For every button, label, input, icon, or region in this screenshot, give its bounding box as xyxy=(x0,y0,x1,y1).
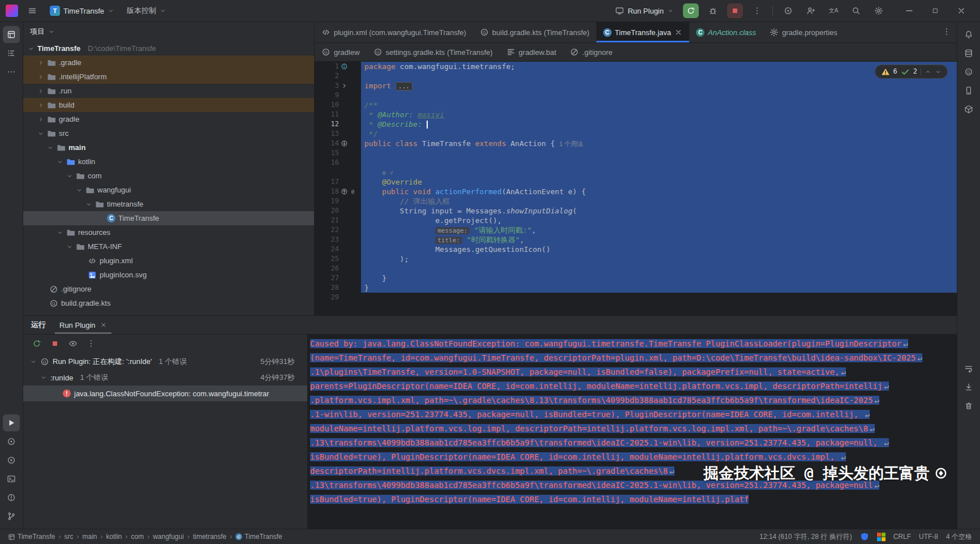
caret-position[interactable]: 12:14 (610 字符, 28 行 换行符) xyxy=(759,532,852,542)
add-collaborator-button[interactable] xyxy=(802,2,819,19)
rerun-button[interactable] xyxy=(683,3,699,18)
project-tree-item[interactable]: META-INF xyxy=(23,239,314,254)
gutter[interactable]: 21 xyxy=(315,216,361,225)
breadcrumb-item[interactable]: src xyxy=(64,533,73,541)
gutter[interactable]: 29 xyxy=(315,293,361,302)
breadcrumb-item[interactable]: kotlin xyxy=(106,533,122,541)
breadcrumb-item[interactable]: com xyxy=(131,533,144,541)
project-tree-item[interactable]: gradle xyxy=(23,112,314,126)
project-panel-header[interactable]: 项目 xyxy=(23,22,314,41)
gutter[interactable]: 20 xyxy=(315,206,361,216)
vcs-widget[interactable]: 版本控制 xyxy=(123,2,170,19)
project-tree-item[interactable]: main xyxy=(23,140,314,155)
project-tree-item[interactable]: resources xyxy=(23,225,314,239)
gutter[interactable]: 26 xyxy=(315,264,361,273)
tool-window-profiler-button[interactable] xyxy=(3,433,20,450)
maximize-button[interactable] xyxy=(922,0,948,22)
show-output-options-button[interactable] xyxy=(68,339,78,350)
gutter[interactable]: 22 xyxy=(315,225,361,235)
stop-task-button[interactable] xyxy=(50,339,59,350)
editor-tab[interactable]: CAnAction.class xyxy=(689,22,763,42)
gutter[interactable]: 18@ xyxy=(315,187,361,196)
close-button[interactable] xyxy=(948,0,974,22)
hidden-tabs-button[interactable] xyxy=(942,27,957,38)
run-tab[interactable]: Run Plugin xyxy=(55,316,111,334)
gutter[interactable]: 28 xyxy=(315,283,361,293)
tool-window-gradle-button[interactable]: G xyxy=(960,63,977,80)
settings-button[interactable] xyxy=(870,2,887,19)
project-tree-item[interactable]: .gitignore xyxy=(23,282,314,296)
scroll-to-end-button[interactable] xyxy=(960,379,977,396)
gutter[interactable]: 17 xyxy=(315,177,361,187)
project-tree-item[interactable]: wangfugui xyxy=(23,183,314,197)
translate-button[interactable]: 文A xyxy=(825,2,842,19)
search-everywhere-button[interactable] xyxy=(848,2,865,19)
editor-tab[interactable]: gradle.properties xyxy=(763,22,844,42)
gutter[interactable] xyxy=(315,168,361,177)
gutter[interactable]: 19 xyxy=(315,196,361,206)
gutter[interactable]: 2 xyxy=(315,71,361,81)
project-tree-item[interactable]: pluginIcon.svg xyxy=(23,268,314,282)
more-options-button[interactable] xyxy=(87,339,96,350)
tool-window-dependencies-button[interactable] xyxy=(960,101,977,118)
project-tree-item[interactable]: .gradle xyxy=(23,55,314,70)
rerun-task-button[interactable] xyxy=(32,339,41,350)
editor-tab[interactable]: CTimeTransfe.java xyxy=(596,22,689,42)
run-tree-item[interactable]: GRun Plugin: 正在构建: ':runIde'1 个错误5分钟31秒 xyxy=(23,354,307,370)
main-menu-button[interactable] xyxy=(24,2,41,19)
code-editor[interactable]: 1Gpackage com.wangfugui.timetransfe;23im… xyxy=(315,62,957,315)
gutter[interactable]: 15 xyxy=(315,148,361,158)
gutter[interactable]: 10 xyxy=(315,100,361,110)
project-tree-item[interactable]: CTimeTransfe xyxy=(23,211,314,225)
protection-status[interactable] xyxy=(860,532,869,541)
file-encoding[interactable]: UTF-8 xyxy=(919,533,938,541)
project-tree-item[interactable]: Gbuild.gradle.kts xyxy=(23,296,314,310)
tool-window-device-manager-button[interactable] xyxy=(960,82,977,99)
gutter[interactable]: 12 xyxy=(315,119,361,129)
console-output[interactable]: Caused by: java.lang.ClassNotFoundExcept… xyxy=(308,335,957,529)
code-with-me-button[interactable] xyxy=(780,2,797,19)
tool-window-version-control-button[interactable] xyxy=(3,508,20,525)
tool-window-problems-button[interactable] xyxy=(3,489,20,506)
breadcrumb-item[interactable]: main xyxy=(82,533,97,541)
editor-tab[interactable]: Ggradlew xyxy=(315,43,367,61)
project-tree-item[interactable]: .intellijPlatform xyxy=(23,70,314,84)
gutter[interactable]: 1G xyxy=(315,62,361,71)
indent-style[interactable]: 4 个空格 xyxy=(946,532,972,542)
tool-window-run-button[interactable] xyxy=(3,414,20,431)
gutter[interactable]: 11 xyxy=(315,110,361,119)
breadcrumb-item[interactable]: TimeTransfe xyxy=(8,533,55,541)
project-tree-item[interactable]: timetransfe xyxy=(23,197,314,211)
tool-window-project-button[interactable] xyxy=(3,26,20,43)
stop-button[interactable] xyxy=(727,3,743,18)
project-widget[interactable]: T TimeTransfe xyxy=(46,2,118,19)
input-method[interactable] xyxy=(877,533,886,541)
gutter[interactable]: 3 xyxy=(315,81,361,91)
close-icon[interactable] xyxy=(100,322,107,328)
breadcrumb-item[interactable]: timetransfe xyxy=(193,533,226,541)
project-tree-item[interactable]: build xyxy=(23,98,314,112)
editor-tab[interactable]: plugin.xml (com.wangfugui.TimeTransfe) xyxy=(315,22,473,42)
project-tree-item[interactable]: com xyxy=(23,169,314,183)
run-tree-item[interactable]: !java.lang.ClassNotFoundException: com.w… xyxy=(23,385,307,401)
gutter[interactable]: 27 xyxy=(315,273,361,283)
gutter[interactable]: 24 xyxy=(315,245,361,254)
chevron-up-icon[interactable] xyxy=(925,68,931,75)
clear-console-button[interactable] xyxy=(960,397,977,414)
gutter[interactable]: 25 xyxy=(315,254,361,264)
gutter[interactable]: 14 xyxy=(315,139,361,148)
chevron-down-icon[interactable] xyxy=(935,68,942,75)
debug-button[interactable] xyxy=(704,2,721,19)
soft-wrap-button[interactable] xyxy=(960,360,977,377)
gutter[interactable]: 16 xyxy=(315,158,361,168)
close-tab-icon[interactable] xyxy=(674,28,682,36)
gutter[interactable]: 9 xyxy=(315,91,361,100)
line-separator[interactable]: CRLF xyxy=(893,533,911,541)
editor-tab[interactable]: Gsettings.gradle.kts (TimeTransfe) xyxy=(367,43,500,61)
notifications-button[interactable] xyxy=(960,26,977,43)
project-tree-item[interactable]: .run xyxy=(23,84,314,98)
run-config-selector[interactable]: Run Plugin xyxy=(612,2,677,19)
editor-tab[interactable]: Gbuild.gradle.kts (TimeTransfe) xyxy=(473,22,596,42)
tool-window-terminal-button[interactable] xyxy=(3,470,20,487)
project-tree-item[interactable]: src xyxy=(23,126,314,140)
